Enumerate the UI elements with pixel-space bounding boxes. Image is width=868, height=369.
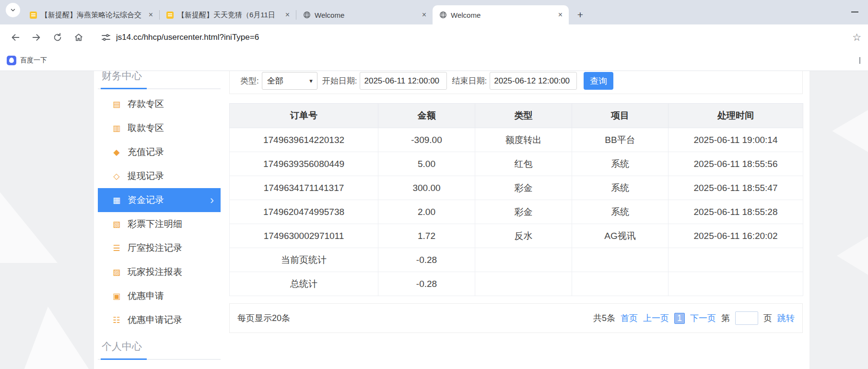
sidebar-item-label: 提现记录 <box>128 170 164 182</box>
page-favicon <box>166 12 174 19</box>
table-row: 当前页统计-0.28 <box>230 248 803 272</box>
tab-welcome-2[interactable]: Welcome× <box>433 5 569 24</box>
column-header: 类型 <box>475 104 572 128</box>
page-size-text: 每页显示20条 <box>237 312 290 324</box>
bookmark-star-icon[interactable]: ☆ <box>852 32 861 43</box>
sidebar-item-label: 优惠申请 <box>128 290 164 302</box>
prev-page-link[interactable]: 上一页 <box>643 312 669 324</box>
column-header: 订单号 <box>230 104 378 128</box>
jump-link[interactable]: 跳转 <box>777 312 795 324</box>
back-button[interactable] <box>7 29 24 46</box>
type-select-value: 全部 <box>267 75 283 86</box>
sidebar-item-hall-bet-records[interactable]: ☰厅室投注记录 <box>98 236 221 260</box>
home-button[interactable] <box>70 29 87 46</box>
reload-icon <box>52 32 63 43</box>
first-page-link[interactable]: 首页 <box>621 312 638 324</box>
minimize-button[interactable] <box>851 12 858 12</box>
sidebar-item-label: 存款专区 <box>128 98 164 110</box>
back-icon <box>10 32 21 43</box>
sidebar-item-promo-records[interactable]: ☷优惠申请记录 <box>98 308 221 332</box>
bookmark-baidu[interactable]: 百度一下 <box>7 56 47 65</box>
table-cell: 5.00 <box>378 152 475 176</box>
pagination-bar: 每页显示20条 共5条 首页 上一页 1 下一页 第 页 跳转 <box>229 303 803 333</box>
table-cell: 1749634171141317 <box>230 176 378 200</box>
table-cell: 当前页统计 <box>230 248 378 272</box>
content-panel: 财务中心 ▤存款专区▥取款专区◆充值记录◇提现记录▦资金记录›▧彩票下注明细☰厅… <box>94 71 809 369</box>
next-page-link[interactable]: 下一页 <box>690 312 716 324</box>
page-jump-input[interactable] <box>735 311 758 325</box>
table-cell: -0.28 <box>378 272 475 296</box>
tab-title: Welcome <box>451 11 552 19</box>
tab-haiyan-forum[interactable]: 【新提醒】海燕策略论坛综合交× <box>23 5 159 24</box>
chevron-right-icon: › <box>210 194 214 206</box>
sidebar-item-withdraw-zone[interactable]: ▥取款专区 <box>98 116 221 140</box>
tab-separator <box>296 10 296 20</box>
hall-bet-icon: ☰ <box>110 243 123 253</box>
sidebar-item-label: 取款专区 <box>128 122 164 134</box>
new-tab-button[interactable]: + <box>574 8 587 22</box>
sidebar-item-player-bet-report[interactable]: ▨玩家投注报表 <box>98 260 221 284</box>
chevron-down-icon <box>10 7 16 13</box>
tab-welcome-1[interactable]: Welcome× <box>296 5 433 24</box>
pagination-controls: 共5条 首页 上一页 1 下一页 第 页 跳转 <box>593 311 795 325</box>
tab-close-icon[interactable]: × <box>146 11 155 20</box>
sidebar-item-promo-application[interactable]: ▣优惠申请 <box>98 284 221 308</box>
sidebar-item-lottery-bet-details[interactable]: ▧彩票下注明细 <box>98 212 221 236</box>
bg-triangle <box>837 229 868 282</box>
total-count-text: 共5条 <box>593 312 615 324</box>
query-button[interactable]: 查询 <box>584 72 613 90</box>
type-select[interactable]: 全部 ▾ <box>262 72 317 90</box>
forward-icon <box>31 32 42 43</box>
bookmark-label: 百度一下 <box>20 56 47 65</box>
table-cell: BB平台 <box>572 128 669 152</box>
site-info-button[interactable] <box>99 30 113 45</box>
tab-close-icon[interactable]: × <box>283 11 292 20</box>
sidebar-item-deposit-zone[interactable]: ▤存款专区 <box>98 92 221 116</box>
deposit-zone-icon: ▤ <box>110 99 123 109</box>
baidu-favicon <box>7 56 16 65</box>
table-cell <box>572 248 669 272</box>
sidebar-item-recharge-records[interactable]: ◆充值记录 <box>98 140 221 164</box>
tab-bar: 【新提醒】海燕策略论坛综合交×【新提醒】天天竞猜（6月11日×Welcome×W… <box>0 0 868 24</box>
tab-close-icon[interactable]: × <box>420 11 429 20</box>
funds-table: 订单号金额类型项目处理时间1749639614220132-309.00额度转出… <box>229 103 803 296</box>
sidebar-item-label: 玩家投注报表 <box>128 266 182 278</box>
sidebar-item-funds-records[interactable]: ▦资金记录› <box>98 188 221 212</box>
sidebar-item-withdrawal-records[interactable]: ◇提现记录 <box>98 164 221 188</box>
table-cell <box>572 272 669 296</box>
reload-button[interactable] <box>49 29 66 46</box>
tab-close-icon[interactable]: × <box>556 11 565 20</box>
caret-down-icon: ▾ <box>309 77 313 84</box>
table-row: 17496393560804495.00红包系统2025-06-11 18:55… <box>230 152 803 176</box>
main-panel: 类型: 全部 ▾ 开始日期: 结束日期: 查询 订单号金额类型项目处理时间174… <box>229 71 803 333</box>
current-page-indicator[interactable]: 1 <box>674 313 685 324</box>
jump-prefix-label: 第 <box>721 312 730 324</box>
end-date-input[interactable] <box>490 72 577 90</box>
table-cell: 2025-06-11 18:55:47 <box>669 176 803 200</box>
table-cell: 系统 <box>572 152 669 176</box>
forward-button[interactable] <box>28 29 45 46</box>
table-row: 总统计-0.28 <box>230 272 803 296</box>
table-cell: 额度转出 <box>475 128 572 152</box>
table-row: 1749634171141317300.00彩金系统2025-06-11 18:… <box>230 176 803 200</box>
browser-window: 【新提醒】海燕策略论坛综合交×【新提醒】天天竞猜（6月11日×Welcome×W… <box>0 0 868 369</box>
tab-tiantian-jingcai[interactable]: 【新提醒】天天竞猜（6月11日× <box>160 5 296 24</box>
funds-records-icon: ▦ <box>110 195 123 205</box>
start-date-input[interactable] <box>360 72 447 90</box>
home-icon <box>73 32 84 43</box>
sidebar-item-label: 充值记录 <box>128 146 164 158</box>
start-date-label: 开始日期: <box>322 75 357 86</box>
table-cell: 2025-06-11 18:55:56 <box>669 152 803 176</box>
scrollbar-tick <box>859 57 860 64</box>
end-date-label: 结束日期: <box>452 75 487 86</box>
page-viewport: 财务中心 ▤存款专区▥取款专区◆充值记录◇提现记录▦资金记录›▧彩票下注明细☰厅… <box>0 71 868 369</box>
page-favicon <box>30 12 37 19</box>
tab-search-button[interactable] <box>6 3 20 17</box>
tabs-container: 【新提醒】海燕策略论坛综合交×【新提醒】天天竞猜（6月11日×Welcome×W… <box>23 5 569 24</box>
table-row: 17496300029710111.72反水AG视讯2025-06-11 16:… <box>230 224 803 248</box>
table-cell: -309.00 <box>378 128 475 152</box>
table-cell: 2025-06-11 16:20:02 <box>669 224 803 248</box>
url-text[interactable]: js14.cc/hhcp/usercenter.html?iniType=6 <box>116 33 847 42</box>
table-header-row: 订单号金额类型项目处理时间 <box>230 104 803 128</box>
table-cell: 红包 <box>475 152 572 176</box>
